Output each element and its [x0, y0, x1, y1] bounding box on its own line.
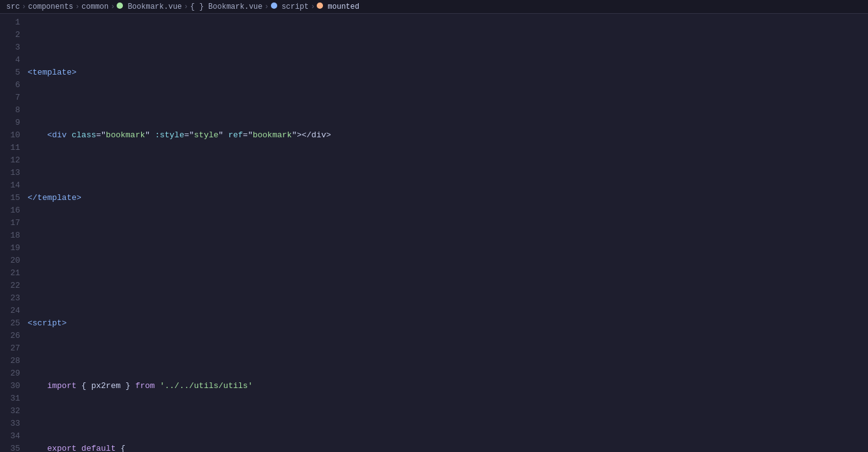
- breadcrumb-components[interactable]: components: [28, 3, 73, 11]
- method-icon: [317, 3, 323, 9]
- code-area: 1 2 3 4 5 6 7 8 9 10 11 12 13 14 15 16 1…: [0, 14, 868, 452]
- line-numbers: 1 2 3 4 5 6 7 8 9 10 11 12 13 14 15 16 1…: [0, 14, 25, 452]
- code-line-4: [25, 255, 868, 267]
- code-line-1: <template>: [25, 66, 868, 79]
- breadcrumb-common[interactable]: common: [82, 3, 109, 11]
- code-line-3: </template>: [25, 192, 868, 204]
- breadcrumb-script[interactable]: script: [271, 3, 309, 11]
- editor-container: src › components › common › Bookmark.vue…: [0, 0, 868, 452]
- code-line-5: <script>: [25, 317, 868, 330]
- script-icon: [271, 3, 277, 9]
- breadcrumb: src › components › common › Bookmark.vue…: [0, 0, 868, 14]
- code-content[interactable]: <template> <div class="bookmark" :style=…: [25, 14, 868, 452]
- vue-icon: [117, 3, 123, 9]
- breadcrumb-src[interactable]: src: [6, 3, 20, 11]
- breadcrumb-bookmark-vue[interactable]: Bookmark.vue: [117, 3, 182, 11]
- code-line-2: <div class="bookmark" :style="style" ref…: [25, 129, 868, 142]
- breadcrumb-mounted[interactable]: mounted: [317, 3, 359, 11]
- code-line-6: import { px2rem } from '../../utils/util…: [25, 380, 868, 392]
- breadcrumb-bookmark-component[interactable]: { } Bookmark.vue: [190, 3, 262, 11]
- code-line-7: export default {: [25, 443, 868, 452]
